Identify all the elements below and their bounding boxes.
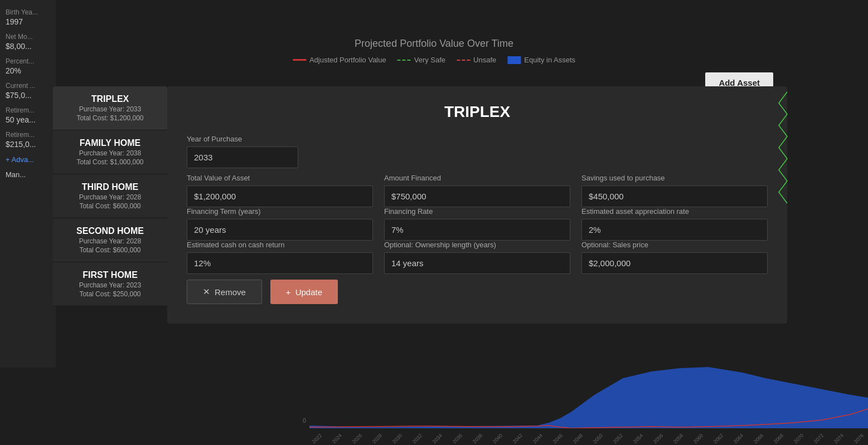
appreciation-rate-field: Estimated asset appreciation rate — [581, 207, 768, 241]
x-label-22: 2066 — [753, 433, 764, 444]
legend-equity-label: Equity in Assets — [524, 56, 575, 64]
asset-first-home-year: Purchase Year: 2023 — [62, 281, 158, 289]
net-monthly-label: Net Mo... — [6, 33, 50, 41]
financing-rate-field: Financing Rate — [384, 207, 570, 241]
x-label-18: 2058 — [672, 433, 684, 444]
x-label-4: 2030 — [391, 433, 403, 444]
x-label-20: 2062 — [712, 433, 724, 444]
chart-bottom: 0 2022 2024 2026 2028 2030 2032 2034 203… — [0, 367, 868, 445]
net-monthly-value: $8,00... — [6, 42, 50, 51]
asset-item-family-home[interactable]: FAMILY HOME Purchase Year: 2038 Total Co… — [53, 130, 167, 174]
ownership-length-field: Optional: Ownership length (years) — [384, 241, 570, 274]
update-label: Update — [295, 287, 322, 297]
x-label-12: 2046 — [552, 433, 564, 444]
retirement-age-label: Retirem... — [6, 106, 50, 114]
current-savings-value: $75,0... — [6, 91, 50, 100]
x-label-14: 2050 — [592, 433, 604, 444]
main-panel: TRIPLEX Year of Purchase Total Value of … — [167, 86, 787, 324]
ownership-length-input[interactable] — [384, 252, 570, 274]
legend-unsafe: Unsafe — [457, 56, 496, 64]
cash-return-input[interactable] — [187, 252, 373, 274]
asset-second-home-name: SECOND HOME — [62, 226, 158, 236]
x-label-23: 2068 — [773, 433, 784, 444]
year-of-purchase-label: Year of Purchase — [187, 135, 768, 143]
x-label-0: 2022 — [311, 433, 323, 444]
chart-legend: Adjusted Portfolio Value Very Safe Unsaf… — [293, 56, 575, 64]
legend-very-safe: Very Safe — [397, 56, 445, 64]
financing-term-label: Financing Term (years) — [187, 207, 373, 216]
cash-return-field: Estimated cash on cash return — [187, 241, 373, 274]
savings-input[interactable] — [581, 185, 768, 207]
x-label-3: 2028 — [371, 433, 383, 444]
birth-year-label: Birth Yea... — [6, 8, 50, 16]
remove-button[interactable]: ✕ Remove — [187, 280, 262, 304]
asset-family-home-year: Purchase Year: 2038 — [62, 149, 158, 157]
ownership-length-label: Optional: Ownership length (years) — [384, 241, 570, 249]
legend-adjusted-label: Adjusted Portfolio Value — [309, 56, 386, 64]
asset-triplex-name: TRIPLEX — [62, 94, 158, 104]
chart-zero-label: 0 — [303, 417, 306, 424]
asset-first-home-cost: Total Cost: $250,000 — [62, 290, 158, 298]
financing-term-input[interactable] — [187, 219, 373, 241]
year-of-purchase-field: Year of Purchase — [187, 135, 768, 168]
x-label-21: 2064 — [733, 433, 744, 444]
percentage-label: Percent... — [6, 57, 50, 65]
asset-third-home-cost: Total Cost: $600,000 — [62, 202, 158, 210]
x-label-17: 2056 — [652, 433, 664, 444]
legend-green-dashed-icon — [397, 60, 411, 61]
retirement-age-value: 50 yea... — [6, 115, 50, 124]
asset-item-first-home[interactable]: FIRST HOME Purchase Year: 2023 Total Cos… — [53, 262, 167, 306]
legend-unsafe-label: Unsafe — [473, 56, 496, 64]
legend-red-dashed-icon — [457, 60, 470, 61]
savings-label: Savings used to purchase — [581, 174, 768, 182]
total-value-input[interactable] — [187, 185, 373, 207]
x-label-26: 2074 — [833, 433, 845, 444]
remove-x-icon: ✕ — [203, 287, 210, 297]
appreciation-rate-input[interactable] — [581, 219, 768, 241]
financing-rate-label: Financing Rate — [384, 207, 570, 216]
sales-price-label: Optional: Sales price — [581, 241, 768, 249]
x-label-7: 2036 — [452, 433, 463, 444]
x-label-24: 2070 — [793, 433, 804, 444]
asset-sidebar: TRIPLEX Purchase Year: 2033 Total Cost: … — [53, 86, 167, 306]
chart-svg — [309, 367, 868, 428]
total-value-label: Total Value of Asset — [187, 174, 373, 182]
year-of-purchase-input[interactable] — [187, 146, 298, 168]
form-row-1: Total Value of Asset Amount Financed Sav… — [187, 174, 768, 207]
legend-adjusted: Adjusted Portfolio Value — [293, 56, 386, 64]
birth-year-value: 1997 — [6, 17, 50, 26]
asset-second-home-cost: Total Cost: $600,000 — [62, 246, 158, 254]
asset-item-triplex[interactable]: TRIPLEX Purchase Year: 2033 Total Cost: … — [53, 86, 167, 130]
x-label-10: 2042 — [512, 433, 523, 444]
legend-very-safe-label: Very Safe — [414, 56, 445, 64]
sales-price-field: Optional: Sales price — [581, 241, 768, 274]
asset-family-home-name: FAMILY HOME — [62, 138, 158, 148]
appreciation-rate-label: Estimated asset appreciation rate — [581, 207, 768, 216]
financing-rate-input[interactable] — [384, 219, 570, 241]
amount-financed-label: Amount Financed — [384, 174, 570, 182]
advanced-link[interactable]: + Adva... — [6, 155, 50, 164]
asset-item-third-home[interactable]: THIRD HOME Purchase Year: 2028 Total Cos… — [53, 174, 167, 218]
asset-first-home-name: FIRST HOME — [62, 270, 158, 280]
amount-financed-input[interactable] — [384, 185, 570, 207]
green-accent-lines — [770, 86, 790, 242]
update-button[interactable]: + Update — [270, 280, 338, 304]
panel-title: TRIPLEX — [187, 103, 768, 121]
manage-link[interactable]: Man... — [6, 170, 50, 179]
retirement-savings-label: Retirem... — [6, 131, 50, 139]
x-label-25: 2072 — [813, 433, 825, 444]
asset-triplex-year: Purchase Year: 2033 — [62, 105, 158, 113]
legend-equity: Equity in Assets — [507, 56, 575, 64]
x-label-2: 2026 — [351, 433, 363, 444]
x-label-16: 2054 — [632, 433, 644, 444]
legend-red-line-icon — [293, 59, 306, 61]
x-label-9: 2040 — [492, 433, 503, 444]
financing-term-field: Financing Term (years) — [187, 207, 373, 241]
asset-item-second-home[interactable]: SECOND HOME Purchase Year: 2028 Total Co… — [53, 218, 167, 262]
savings-field: Savings used to purchase — [581, 174, 768, 207]
sales-price-input[interactable] — [581, 252, 768, 274]
x-label-19: 2060 — [692, 433, 704, 444]
button-row: ✕ Remove + Update — [187, 280, 768, 304]
left-sidebar-panel: Birth Yea... 1997 Net Mo... $8,00... Per… — [0, 0, 56, 368]
update-plus-icon: + — [286, 287, 291, 297]
